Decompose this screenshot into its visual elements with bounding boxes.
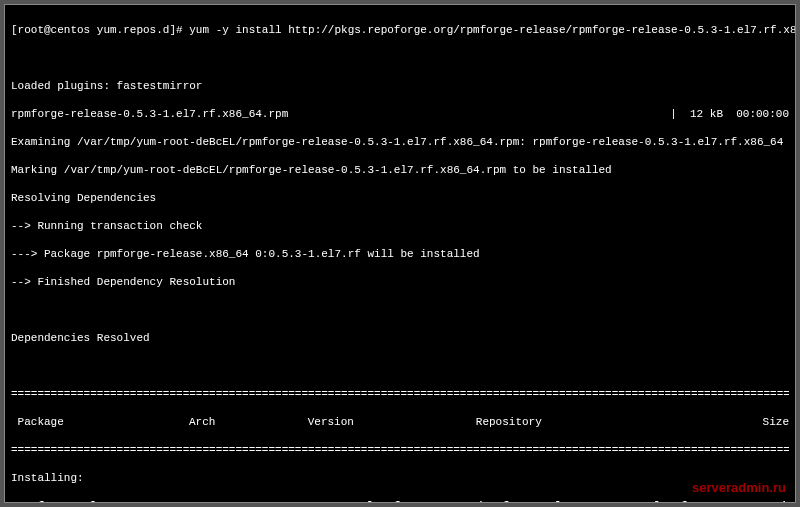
marking-line: Marking /var/tmp/yum-root-deBcEL/rpmforg… [11,163,789,177]
header-arch: Arch [189,415,308,429]
examining-line: Examining /var/tmp/yum-root-deBcEL/rpmfo… [11,135,789,149]
cell-arch: x86_64 [189,499,308,503]
deps-resolved-line: Dependencies Resolved [11,331,789,345]
header-version: Version [308,415,476,429]
installing-label: Installing: [11,471,789,485]
cell-size: 13 k [763,499,789,503]
blank-line [11,303,789,317]
terminal-window[interactable]: [root@centos yum.repos.d]# yum -y instal… [4,4,796,503]
divider-double: ========================================… [11,387,789,401]
rpm-progress: | 12 kB 00:00:00 [670,107,789,121]
rpm-filename: rpmforge-release-0.5.3-1.el7.rf.x86_64.r… [11,107,288,121]
table-row: rpmforge-release x86_64 0.5.3-1.el7.rf /… [11,499,789,503]
command-prompt: [root@centos yum.repos.d]# yum -y instal… [11,23,789,37]
resolving-line: Resolving Dependencies [11,191,789,205]
loaded-plugins-line: Loaded plugins: fastestmirror [11,79,789,93]
watermark: serveradmin.ru [692,480,786,495]
blank-line [11,359,789,373]
package-will-install-line: ---> Package rpmforge-release.x86_64 0:0… [11,247,789,261]
header-package: Package [11,415,189,429]
cell-version: 0.5.3-1.el7.rf [308,499,476,503]
table-header-row: Package Arch Version Repository Size [11,415,789,429]
divider-double: ========================================… [11,443,789,457]
running-check-line: --> Running transaction check [11,219,789,233]
rpm-download-line: rpmforge-release-0.5.3-1.el7.rf.x86_64.r… [11,107,789,121]
header-size: Size [763,415,789,429]
header-repository: Repository [476,415,763,429]
blank-line [11,51,789,65]
cell-repository: /rpmforge-release-0.5.3-1.el7.rf.x86_64 [476,499,763,503]
cell-package: rpmforge-release [11,499,189,503]
finished-dep-line: --> Finished Dependency Resolution [11,275,789,289]
